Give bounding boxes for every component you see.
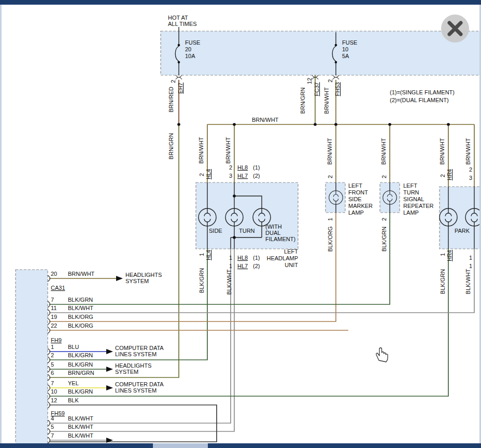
junction-dot <box>447 123 450 126</box>
wire-color-label: BLK/ORG <box>327 227 333 252</box>
wire-color-label: BLK <box>68 397 79 403</box>
connector-name-hl4: HL4 <box>205 169 211 179</box>
wire-color-label: BLK/WHT <box>465 269 471 294</box>
fuse2-rating: 5A <box>342 53 349 59</box>
dual-filament-note: (WITH <box>265 223 282 230</box>
pin-number: 2 <box>469 166 472 173</box>
wire-color-label: BLK/GRN <box>381 227 387 251</box>
connector-name-hr4: HR4 <box>446 169 452 180</box>
fuse1-terminal-bottom <box>178 61 180 64</box>
repeater-lamp-label: LAMP <box>403 209 419 216</box>
right-headlamp-unit-box <box>440 187 481 249</box>
pin-number: 4 <box>51 415 54 422</box>
repeater-lamp-label: REPEATER <box>403 203 434 209</box>
connector-name-fh53: FH53 <box>334 82 341 96</box>
wire-color-label: BLK/WHT <box>68 415 93 422</box>
pin-number: 2 <box>327 79 333 82</box>
connector-name-eh7: EH7 <box>177 82 183 93</box>
wire-color-label: BLK/WHT <box>68 424 93 430</box>
window-left-edge <box>0 5 2 443</box>
wire-color-label: BRN/GRN <box>168 133 174 160</box>
pin-number: 1 <box>469 255 472 261</box>
pin-number: 7 <box>51 297 54 303</box>
fuse1-terminal-top <box>178 44 180 47</box>
junction-dot <box>334 123 337 126</box>
wire-color-label: BLK/WHT <box>68 432 93 439</box>
pin-number: 1 <box>229 263 232 269</box>
dest-headlights-system: SYSTEM <box>125 278 149 284</box>
pin-number: 12 <box>51 397 57 403</box>
hot-at-all-times-label: HOT AT <box>168 15 188 21</box>
marker-lamp-label: FRONT <box>348 189 368 195</box>
marker-lamp-label: LEFT <box>348 183 362 189</box>
wire-color-label: BRN/RED <box>168 87 174 113</box>
pin-number: 3 <box>229 173 232 179</box>
wire-color-label: BLK/GRN <box>68 361 93 368</box>
marker-lamp-label: MARKER <box>348 203 373 209</box>
pin-number: 2 <box>199 173 205 176</box>
dest-computer-data-lines: LINES SYSTEM <box>115 351 157 357</box>
variant-note: (1) <box>253 164 260 171</box>
wire-color-label: BLK/ORG <box>68 314 93 320</box>
marker-lamp-label: LAMP <box>348 209 364 216</box>
wire-color-label: BLU <box>68 344 79 350</box>
window-top-bar <box>0 0 481 5</box>
pin-number: 11 <box>51 305 56 311</box>
side-marker-lamp-box <box>326 183 345 213</box>
connector-name-hr4: HR4 <box>446 250 452 261</box>
pin-number: 2 <box>51 352 54 358</box>
connector-name-hl8: HL8 <box>237 255 248 261</box>
repeater-lamp-label: TURN <box>403 189 419 195</box>
junction-dot <box>233 236 236 239</box>
diagram-canvas[interactable]: HOT AT ALL TIMES FUSE 20 10A FUSE 10 5A … <box>0 0 481 448</box>
wire-color-label: BRN/WHT <box>225 137 231 164</box>
pin-number: 12 <box>306 78 313 84</box>
scrollbar-thumb[interactable] <box>153 443 208 448</box>
hot-at-all-times-label: ALL TIMES <box>168 21 197 27</box>
wiring-diagram-viewer: HOT AT ALL TIMES FUSE 20 10A FUSE 10 5A … <box>0 0 481 448</box>
connector-name-hl7: HL7 <box>237 173 248 179</box>
wire-color-label: BLK/GRN <box>440 269 446 294</box>
pin-number: 1 <box>469 263 472 269</box>
close-button[interactable] <box>441 15 469 43</box>
pin-number: 1 <box>440 253 446 256</box>
left-headlamp-unit-label: HEADLAMP <box>266 255 298 261</box>
dest-computer-data-lines: COMPUTER DATA <box>115 345 164 351</box>
pin-number: 3 <box>469 175 472 181</box>
pin-number: 1 <box>327 218 333 221</box>
fuse2-number: 10 <box>342 46 348 52</box>
pin-number: 1 <box>199 253 205 256</box>
left-headlamp-unit-label: UNIT <box>285 262 298 268</box>
pin-number: 2 <box>381 218 387 221</box>
connector-name-ca31: CA31 <box>51 285 65 291</box>
variant-note: (2) <box>253 173 260 179</box>
pin-number: 2 <box>381 175 387 178</box>
wire-color-label: BRN/WHT <box>198 137 204 164</box>
connector-name-fh9: FH9 <box>51 337 62 343</box>
turn-lamp-label: TURN <box>239 228 255 234</box>
park-lamp-label: PARK <box>455 228 470 234</box>
dest-headlights-system: HEADLIGHTS <box>125 272 162 278</box>
bus-wire-color-label: BRN/WHT <box>252 117 279 123</box>
connector-name-hl7: HL7 <box>237 263 248 269</box>
wire-color-label: BRN/WHT <box>323 87 330 114</box>
wire-color-label: BLK/ORG <box>68 323 93 329</box>
dual-filament-note: DUAL <box>265 230 280 236</box>
power-distribution-box <box>161 31 481 75</box>
wire-color-label: BRN/WHT <box>380 138 387 165</box>
wire-color-label: BRN/GRN <box>68 370 94 376</box>
fuse1-number: 20 <box>185 46 191 52</box>
fuse2-terminal-top <box>335 44 337 47</box>
marker-lamp-label: SIDE <box>348 196 362 202</box>
left-headlamp-unit-label: LEFT <box>284 248 298 255</box>
note-single-filament: (1)=(SINGLE FILAMENT) <box>390 89 455 95</box>
pin-number: 22 <box>51 323 57 329</box>
pin-number: 6 <box>51 370 54 376</box>
wire-color-label: BLK/GRN <box>68 388 93 395</box>
variant-note: (2) <box>253 263 260 269</box>
junction-dot <box>314 123 317 126</box>
connector-name-fc37: FC37 <box>314 82 320 96</box>
junction-dot <box>177 123 180 126</box>
dest-computer-data-lines: LINES SYSTEM <box>115 387 157 394</box>
dual-filament-note: FILAMENT) <box>265 236 295 242</box>
